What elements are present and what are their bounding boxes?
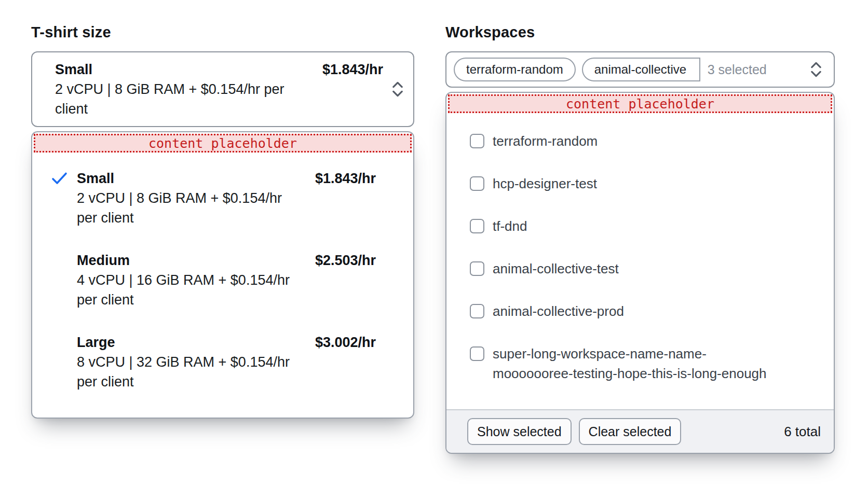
- selected-pill-animal-collective: animal-collective: [582, 58, 700, 81]
- content-placeholder-banner: content placeholder: [448, 94, 832, 113]
- workspaces-dropdown-panel: content placeholder terraform-random hcp…: [445, 92, 835, 454]
- caret-updown-icon: [809, 61, 823, 78]
- option-price: $3.002/hr: [315, 332, 376, 352]
- checkbox[interactable]: [470, 346, 484, 361]
- workspaces-select-trigger[interactable]: terraform-random animal-collective 3 sel…: [445, 51, 835, 88]
- selected-size-title: Small: [55, 60, 92, 79]
- tshirt-option-list: Small $1.843/hr 2 vCPU | 8 GiB RAM + $0.…: [32, 154, 413, 418]
- caret-updown-icon: [390, 80, 405, 98]
- option-price: $2.503/hr: [315, 251, 376, 270]
- option-large[interactable]: Large $3.002/hr 8 vCPU | 32 GiB RAM + $0…: [51, 332, 376, 392]
- tshirt-size-select-trigger[interactable]: Small $1.843/hr 2 vCPU | 8 GiB RAM + $0.…: [31, 51, 414, 127]
- selected-pill-terraform-random: terraform-random: [454, 58, 576, 81]
- option-price: $1.843/hr: [315, 169, 376, 188]
- workspace-option-tf-dnd[interactable]: tf-dnd: [470, 216, 821, 236]
- option-description: 4 vCPU | 16 GiB RAM + $0.154/hr per clie…: [77, 270, 303, 310]
- option-description: 2 vCPU | 8 GiB RAM + $0.154/hr per clien…: [77, 188, 303, 228]
- workspace-option-animal-collective-prod[interactable]: animal-collective-prod: [470, 301, 821, 321]
- content-placeholder-banner: content placeholder: [34, 134, 412, 152]
- workspace-option-label: terraform-random: [493, 131, 598, 151]
- tshirt-size-listbox: content placeholder Small $1.843/hr 2 vC…: [31, 131, 414, 419]
- check-icon: [51, 169, 77, 186]
- workspace-option-label: animal-collective-prod: [493, 301, 624, 321]
- workspace-option-super-long-name[interactable]: super-long-workspace-name-name-moooooore…: [470, 344, 821, 383]
- checkbox[interactable]: [470, 176, 484, 191]
- selected-count: 3 selected: [708, 62, 767, 77]
- workspace-option-label: super-long-workspace-name-name-moooooore…: [493, 344, 781, 383]
- workspace-option-terraform-random[interactable]: terraform-random: [470, 131, 821, 151]
- selected-size-description: 2 vCPU | 8 GiB RAM + $0.154/hr per clien…: [55, 79, 304, 119]
- option-medium[interactable]: Medium $2.503/hr 4 vCPU | 16 GiB RAM + $…: [51, 251, 376, 310]
- workspace-option-hcp-designer-test[interactable]: hcp-designer-test: [470, 174, 821, 193]
- workspaces-label: Workspaces: [445, 24, 835, 41]
- checkbox[interactable]: [470, 304, 484, 318]
- check-placeholder: [51, 251, 77, 253]
- selected-size-price: $1.843/hr: [322, 60, 383, 79]
- tshirt-size-label: T-shirt size: [31, 24, 414, 41]
- option-title: Small: [77, 169, 114, 188]
- tshirt-trigger-content: Small $1.843/hr 2 vCPU | 8 GiB RAM + $0.…: [55, 60, 383, 119]
- check-placeholder: [51, 332, 77, 335]
- component-preview-canvas: T-shirt size Small $1.843/hr 2 vCPU | 8 …: [0, 0, 868, 500]
- total-count: 6 total: [784, 424, 821, 440]
- workspaces-footer: Show selected Clear selected 6 total: [446, 409, 834, 453]
- show-selected-button[interactable]: Show selected: [467, 418, 572, 445]
- workspaces-section: Workspaces terraform-random animal-colle…: [445, 24, 835, 454]
- checkbox[interactable]: [470, 134, 484, 148]
- workspace-option-label: animal-collective-test: [493, 259, 619, 279]
- option-title: Large: [77, 332, 115, 352]
- tshirt-size-section: T-shirt size Small $1.843/hr 2 vCPU | 8 …: [31, 24, 414, 419]
- option-title: Medium: [77, 251, 130, 270]
- clear-selected-button[interactable]: Clear selected: [579, 418, 682, 445]
- checkbox[interactable]: [470, 219, 484, 233]
- workspace-option-list: terraform-random hcp-designer-test tf-dn…: [446, 115, 834, 409]
- workspace-option-animal-collective-test[interactable]: animal-collective-test: [470, 259, 821, 279]
- workspace-option-label: hcp-designer-test: [493, 174, 597, 193]
- option-small[interactable]: Small $1.843/hr 2 vCPU | 8 GiB RAM + $0.…: [51, 169, 376, 228]
- workspace-option-label: tf-dnd: [493, 216, 527, 236]
- checkbox[interactable]: [470, 261, 484, 276]
- option-description: 8 vCPU | 32 GiB RAM + $0.154/hr per clie…: [77, 352, 303, 392]
